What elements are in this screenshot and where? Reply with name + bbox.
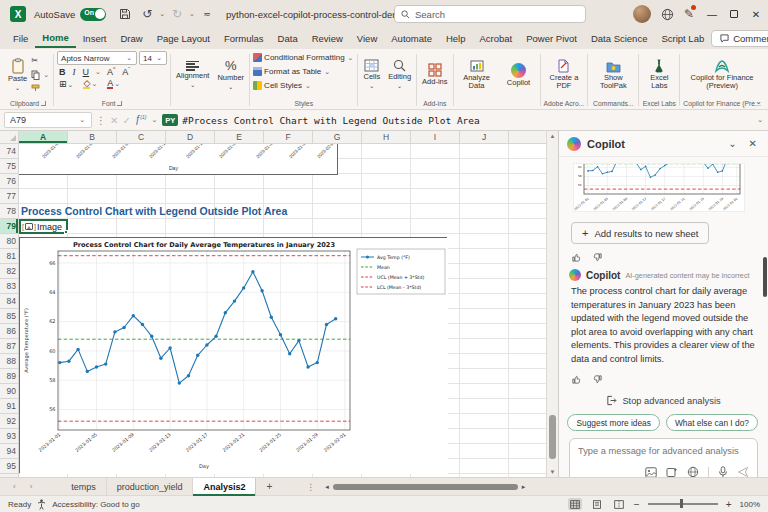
save-icon[interactable] bbox=[116, 5, 134, 23]
ribbon-tab-home[interactable]: Home bbox=[35, 29, 75, 48]
thumbs-down-icon[interactable] bbox=[592, 374, 603, 385]
row-header-81[interactable]: 81 bbox=[0, 249, 18, 264]
row-header-86[interactable]: 86 bbox=[0, 324, 18, 339]
addins-button[interactable]: Add-ins bbox=[420, 62, 449, 87]
thumbs-up-icon[interactable] bbox=[571, 252, 582, 263]
globe-icon[interactable] bbox=[661, 8, 674, 21]
conditional-formatting-button[interactable]: Conditional Formatting⌄ bbox=[253, 51, 354, 64]
column-header-A[interactable]: A bbox=[19, 131, 68, 143]
scroll-left-icon[interactable]: ◂ bbox=[325, 483, 329, 491]
row-header-92[interactable]: 92 bbox=[0, 414, 18, 429]
insert-function-icon[interactable]: ƒ{1} bbox=[135, 114, 147, 125]
copilot-button[interactable]: Copilot bbox=[501, 62, 537, 88]
next-sheet-icon[interactable]: › bbox=[23, 482, 40, 491]
column-header-F[interactable]: F bbox=[264, 131, 313, 143]
column-header-E[interactable]: E bbox=[215, 131, 264, 143]
fill-color-button[interactable]: ◇⌄ bbox=[81, 78, 100, 89]
thumbs-up-icon[interactable] bbox=[571, 374, 582, 385]
grow-font-button[interactable]: A^ bbox=[105, 66, 117, 77]
row-header-88[interactable]: 88 bbox=[0, 354, 18, 369]
number-button[interactable]: % Number⌄ bbox=[215, 57, 246, 92]
row-header-87[interactable]: 87 bbox=[0, 339, 18, 354]
function-chevron-icon[interactable]: ⌄ bbox=[151, 116, 157, 124]
column-header-G[interactable]: G bbox=[313, 131, 362, 143]
row-header-76[interactable]: 76 bbox=[0, 174, 18, 189]
vertical-scroll-thumb[interactable] bbox=[549, 415, 556, 459]
user-avatar[interactable] bbox=[633, 5, 651, 23]
formula-text[interactable]: #Process Control Chart with Legend Outsi… bbox=[182, 115, 752, 126]
column-header-B[interactable]: B bbox=[68, 131, 117, 143]
zoom-out-button[interactable]: − bbox=[634, 499, 640, 510]
page-break-view-button[interactable] bbox=[612, 498, 626, 510]
column-header-I[interactable]: I bbox=[411, 131, 460, 143]
copilot-input[interactable]: Type a message for advanced analysis bbox=[569, 438, 758, 477]
alignment-button[interactable]: Alignment⌄ bbox=[174, 60, 211, 90]
ribbon-tab-automate[interactable]: Automate bbox=[384, 30, 439, 47]
ribbon-tab-file[interactable]: File bbox=[6, 30, 35, 47]
zoom-slider-knob[interactable] bbox=[680, 499, 684, 508]
scroll-up-icon[interactable]: ▲ bbox=[547, 133, 558, 139]
italic-button[interactable]: I bbox=[71, 67, 78, 77]
document-title[interactable]: python-excel-copilot-process-control-dem… bbox=[226, 9, 408, 20]
undo-icon[interactable]: ↺ bbox=[138, 5, 156, 23]
add-image-icon[interactable] bbox=[645, 467, 657, 478]
font-size-select[interactable]: 14⌄ bbox=[139, 51, 167, 65]
ribbon-tab-data-science[interactable]: Data Science bbox=[584, 30, 655, 47]
ribbon-tab-acrobat[interactable]: Acrobat bbox=[472, 30, 519, 47]
stop-advanced-analysis-link[interactable]: Stop advanced analysis bbox=[569, 395, 758, 406]
editing-button[interactable]: Editing⌄ bbox=[386, 58, 413, 91]
copilot-finance-button[interactable]: Copilot for Finance (Preview) bbox=[686, 58, 758, 91]
ribbon-tab-page-layout[interactable]: Page Layout bbox=[150, 30, 217, 47]
selected-cell-a79[interactable]: [] Image bbox=[19, 219, 68, 234]
font-color-button[interactable]: A⌄ bbox=[105, 78, 123, 89]
dialog-launcher-icon[interactable] bbox=[117, 101, 122, 106]
fill-handle[interactable] bbox=[64, 230, 68, 234]
sheet-tab-analysis2[interactable]: Analysis2 bbox=[193, 478, 256, 496]
format-as-table-button[interactable]: Format as Table⌄ bbox=[253, 65, 331, 78]
ribbon-tab-formulas[interactable]: Formulas bbox=[217, 30, 271, 47]
row-header-85[interactable]: 85 bbox=[0, 309, 18, 324]
bold-button[interactable]: B bbox=[57, 67, 68, 77]
row-header-84[interactable]: 84 bbox=[0, 294, 18, 309]
scroll-right-icon[interactable]: ▸ bbox=[522, 483, 526, 491]
thumbs-down-icon[interactable] bbox=[592, 252, 603, 263]
ribbon-tab-view[interactable]: View bbox=[350, 30, 384, 47]
restore-button[interactable] bbox=[730, 10, 738, 18]
section-heading[interactable]: Process Control Chart with Legend Outsid… bbox=[21, 204, 287, 219]
font-name-select[interactable]: Aptos Narrow⌄ bbox=[57, 51, 137, 65]
underline-button[interactable]: U bbox=[81, 67, 92, 77]
expand-formula-bar-icon[interactable]: ⌄ bbox=[757, 116, 763, 124]
row-header-93[interactable]: 93 bbox=[0, 429, 18, 444]
search-input[interactable]: Search bbox=[394, 5, 586, 23]
close-button[interactable]: ✕ bbox=[748, 9, 764, 20]
row-header-74[interactable]: 74 bbox=[0, 144, 18, 159]
microphone-icon[interactable] bbox=[718, 466, 728, 477]
row-header-89[interactable]: 89 bbox=[0, 369, 18, 384]
row-header-82[interactable]: 82 bbox=[0, 264, 18, 279]
column-header-H[interactable]: H bbox=[362, 131, 411, 143]
excel-app-icon[interactable]: X bbox=[10, 6, 26, 22]
ribbon-tab-review[interactable]: Review bbox=[305, 30, 350, 47]
minimize-button[interactable]: — bbox=[704, 9, 720, 20]
sheet-options-icon[interactable]: ⋮ bbox=[306, 482, 315, 492]
paste-button[interactable]: Paste ⌄ bbox=[6, 57, 29, 93]
row-header-79[interactable]: 79 bbox=[0, 219, 18, 234]
copilot-result-chart-thumbnail[interactable]: 5658606264662023-01-012023-01-052023-01-… bbox=[573, 163, 745, 212]
underline-chevron-icon[interactable]: ⌄ bbox=[95, 68, 101, 76]
horizontal-scroll-thumb[interactable] bbox=[333, 484, 518, 490]
suggestion-pill[interactable]: What else can I do? bbox=[666, 414, 758, 431]
cut-button[interactable]: ✂ bbox=[31, 54, 50, 67]
column-header-D[interactable]: D bbox=[166, 131, 215, 143]
page-layout-view-button[interactable] bbox=[590, 498, 604, 510]
quick-access-icon[interactable]: ≂ bbox=[198, 5, 216, 23]
cells-area[interactable]: 2023-01-012023-01-052023-01-092023-01-13… bbox=[19, 144, 546, 477]
send-icon[interactable] bbox=[737, 466, 749, 477]
prompt-library-icon[interactable] bbox=[666, 467, 678, 478]
row-header-77[interactable]: 77 bbox=[0, 189, 18, 204]
zoom-slider[interactable] bbox=[648, 503, 718, 505]
ribbon-tab-power-pivot[interactable]: Power Pivot bbox=[519, 30, 584, 47]
panel-scroll-thumb[interactable] bbox=[763, 257, 767, 297]
shrink-font-button[interactable]: Aˇ bbox=[120, 66, 132, 77]
show-toolpak-button[interactable]: Show ToolPak bbox=[591, 59, 635, 91]
prev-sheet-icon[interactable]: ‹ bbox=[6, 482, 23, 491]
